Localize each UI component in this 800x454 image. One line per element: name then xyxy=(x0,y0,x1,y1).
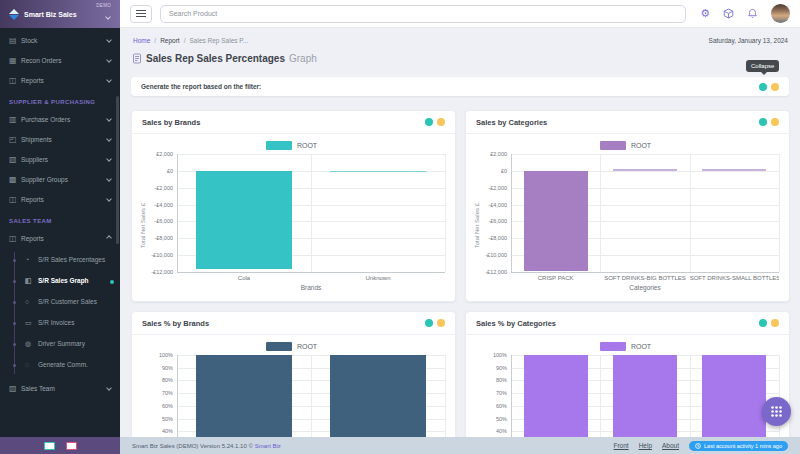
cube-icon[interactable] xyxy=(723,8,734,19)
topbar-icons: ⚙ xyxy=(700,4,790,23)
y-tick-label: 90% xyxy=(496,365,507,371)
y-tick-label: -£2,000 xyxy=(154,185,173,191)
chart-legend[interactable]: ROOT xyxy=(138,139,445,151)
sidebar-subitem-sr-customer-sales[interactable]: ○ S/R Customer Sales xyxy=(0,292,120,313)
language-flag-teal[interactable] xyxy=(44,442,55,450)
y-tick-label: 100% xyxy=(493,352,507,358)
filter-options-dot[interactable] xyxy=(771,83,779,91)
quick-menu-fab[interactable] xyxy=(762,397,791,426)
y-tick-label: 70% xyxy=(496,390,507,396)
panel-header: Sales by Categories xyxy=(466,111,789,134)
bar-soft-drinks-small-bottles[interactable] xyxy=(702,169,766,170)
sales-team-icon: ▨ xyxy=(9,384,21,393)
sidebar-item-label: Sales Team xyxy=(21,385,107,392)
sidebar-item-purchase-orders[interactable]: ▥ Purchase Orders xyxy=(0,109,120,129)
customer-icon: ○ xyxy=(25,298,29,307)
footer-link-front[interactable]: Front xyxy=(613,442,628,449)
filter-collapse-dot[interactable] xyxy=(759,83,767,91)
bar-crisp-pack[interactable] xyxy=(524,171,588,271)
sidebar-subitem-generate-comm[interactable]: ◌ Generate Comm. xyxy=(0,355,120,376)
sidebar-item-label: Recon Orders xyxy=(21,57,107,64)
bar-unknown[interactable] xyxy=(330,171,426,172)
menu-toggle-button[interactable] xyxy=(130,5,152,23)
chevron-down-icon xyxy=(106,37,112,43)
gear-icon[interactable]: ⚙ xyxy=(700,8,710,19)
panel-options-dot[interactable] xyxy=(771,118,779,126)
page-title-subtitle: Graph xyxy=(289,53,317,64)
sidebar-item-supplier-groups[interactable]: ▩ Supplier Groups xyxy=(0,169,120,189)
sidebar-item-label: Purchase Orders xyxy=(21,116,107,123)
subitem-label: Driver Summary xyxy=(38,340,85,348)
y-axis-title: Total Net Sales £ xyxy=(140,203,146,248)
shipments-icon: ◰ xyxy=(9,135,21,144)
category-separator xyxy=(445,154,446,272)
sidebar-subitem-sr-sales-percentages[interactable]: ◔ S/R Sales Percentages xyxy=(0,250,120,271)
user-avatar[interactable] xyxy=(771,4,790,23)
y-tick-label: -£6,000 xyxy=(488,218,507,224)
sidebar-item-shipments[interactable]: ◰ Shipments xyxy=(0,129,120,149)
panel-sales-pct-by-categories: Sales % by Categories ROOT 100%90%80%70%… xyxy=(465,311,790,454)
y-tick-label: -£2,000 xyxy=(488,185,507,191)
panel-options-dot[interactable] xyxy=(771,319,779,327)
sidebar-item-reports-sales[interactable]: ◫ Reports xyxy=(0,228,120,248)
sidebar-item-sales-team[interactable]: ▨ Sales Team xyxy=(0,378,120,398)
panel-collapse-dot[interactable] xyxy=(425,118,433,126)
y-tick-label: -£8,000 xyxy=(488,235,507,241)
panel-collapse-dot[interactable] xyxy=(759,118,767,126)
document-icon xyxy=(132,53,142,64)
panel-options-dot[interactable] xyxy=(437,319,445,327)
chevron-down-icon xyxy=(105,14,111,20)
sidebar-item-label: Stock xyxy=(21,37,107,44)
panel-title: Sales % by Brands xyxy=(142,319,209,328)
x-category-label: CRISP PACK xyxy=(511,275,600,281)
sidebar-footer xyxy=(0,437,120,454)
x-category-label: Cola xyxy=(177,275,311,281)
language-flag-pink[interactable] xyxy=(66,442,77,450)
collapse-tooltip: Collapse xyxy=(746,60,779,72)
y-tick-label: 80% xyxy=(162,377,173,383)
footer-brand-link[interactable]: Smart Biz xyxy=(255,443,281,449)
legend-swatch xyxy=(600,342,626,351)
breadcrumb-home[interactable]: Home xyxy=(133,37,150,44)
footer: Smart Biz Sales (DEMO) Version 5.24.1.10… xyxy=(120,437,800,454)
driver-icon: ◍ xyxy=(25,340,31,349)
sidebar-subitem-sr-sales-graph[interactable]: ◧ S/R Sales Graph xyxy=(0,271,120,292)
app-window: Smart Biz Sales DEMO ▤ Stock ▦ Recon Ord… xyxy=(0,0,800,454)
category-separator xyxy=(311,154,312,272)
brand-header[interactable]: Smart Biz Sales DEMO xyxy=(0,0,120,28)
charts-grid: Sales by Brands ROOT Total Net Sales £ £… xyxy=(131,110,789,454)
y-axis-title: Total Net Sales £ xyxy=(474,203,480,248)
chevron-up-icon xyxy=(106,235,112,241)
footer-link-about[interactable]: About xyxy=(662,442,679,449)
y-tick-label: 100% xyxy=(159,352,173,358)
breadcrumb-report[interactable]: Report xyxy=(160,37,180,44)
chart-legend[interactable]: ROOT xyxy=(472,340,779,352)
sidebar-item-stock[interactable]: ▤ Stock xyxy=(0,30,120,50)
search-input[interactable] xyxy=(160,5,686,23)
bar-soft-drinks-big-bottles[interactable] xyxy=(613,169,677,170)
sidebar-item-suppliers[interactable]: ▧ Suppliers xyxy=(0,149,120,169)
sidebar-scrollbar-thumb[interactable] xyxy=(116,96,119,244)
chevron-down-icon xyxy=(106,156,112,162)
y-tick-label: -£4,000 xyxy=(154,202,173,208)
panel-collapse-dot[interactable] xyxy=(759,319,767,327)
x-axis-title: Categories xyxy=(511,284,779,291)
sidebar-item-reports[interactable]: ◫ Reports xyxy=(0,70,120,90)
sidebar-item-recon-orders[interactable]: ▦ Recon Orders xyxy=(0,50,120,70)
sidebar-item-label: Reports xyxy=(21,77,107,84)
panel-collapse-dot[interactable] xyxy=(425,319,433,327)
sidebar-subitem-sr-invoices[interactable]: ▭ S/R Invoices xyxy=(0,313,120,334)
chart-legend[interactable]: ROOT xyxy=(472,139,779,151)
category-separator xyxy=(779,154,780,272)
legend-swatch xyxy=(266,342,292,351)
bar-cola[interactable] xyxy=(196,171,292,269)
chart-legend[interactable]: ROOT xyxy=(138,340,445,352)
sidebar-item-reports-supplier[interactable]: ◫ Reports xyxy=(0,189,120,209)
panel-options-dot[interactable] xyxy=(437,118,445,126)
activity-badge[interactable]: Last account activity 1 mins ago xyxy=(689,441,788,451)
filter-bar: Generate the report based on the filter: xyxy=(131,77,789,96)
purchase-orders-icon: ▥ xyxy=(9,115,21,124)
bell-icon[interactable] xyxy=(747,8,758,19)
footer-link-help[interactable]: Help xyxy=(639,442,652,449)
sidebar-subitem-driver-summary[interactable]: ◍ Driver Summary xyxy=(0,334,120,355)
